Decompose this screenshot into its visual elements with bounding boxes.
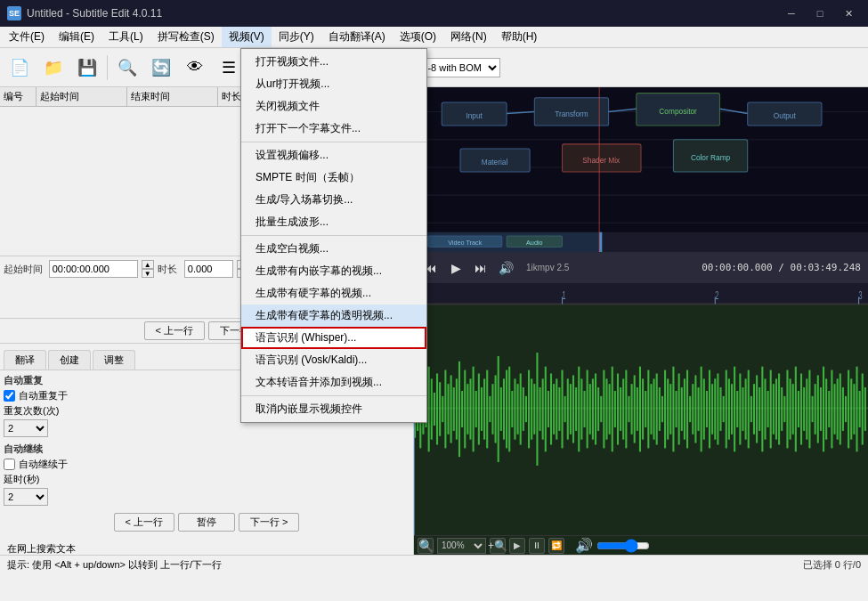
dd-open-next-sub[interactable]: 打开下一个字幕文件...	[241, 118, 426, 140]
dd-scene-changes[interactable]: 生成/导入场幕切换...	[241, 189, 426, 211]
dd-open-video[interactable]: 打开视频文件...	[241, 51, 426, 73]
dd-open-url[interactable]: 从url打开视频...	[241, 73, 426, 95]
dd-transparent-video[interactable]: 生成带有硬字幕的透明视频...	[241, 305, 426, 327]
dd-whisper[interactable]: 语言识别 (Whisper)...	[241, 327, 426, 349]
dd-tts[interactable]: 文本转语音并添加到视频...	[241, 371, 426, 394]
dd-embed-sub[interactable]: 生成带有内嵌字幕的视频...	[241, 260, 426, 282]
video-dropdown-menu: 打开视频文件... 从url打开视频... 关闭视频文件 打开下一个字幕文件..…	[240, 48, 427, 423]
dd-vosk[interactable]: 语言识别 (Vosk/Kaldi)...	[241, 349, 426, 371]
dd-sep-2	[241, 235, 426, 236]
dd-hard-sub[interactable]: 生成带有硬字幕的视频...	[241, 282, 426, 305]
dd-sep-3	[241, 395, 426, 396]
dd-smpte[interactable]: SMPTE 时间（丢帧）	[241, 166, 426, 189]
dd-cancel-embed[interactable]: 取消内嵌显示视频控件	[241, 398, 426, 420]
dd-blank-video[interactable]: 生成空白视频...	[241, 238, 426, 260]
dd-set-offset[interactable]: 设置视频偏移...	[241, 144, 426, 166]
dd-batch-waveform[interactable]: 批量生成波形...	[241, 211, 426, 233]
dd-sep-1	[241, 142, 426, 142]
dropdown-overlay[interactable]	[0, 0, 868, 601]
dd-close-video[interactable]: 关闭视频文件	[241, 95, 426, 118]
